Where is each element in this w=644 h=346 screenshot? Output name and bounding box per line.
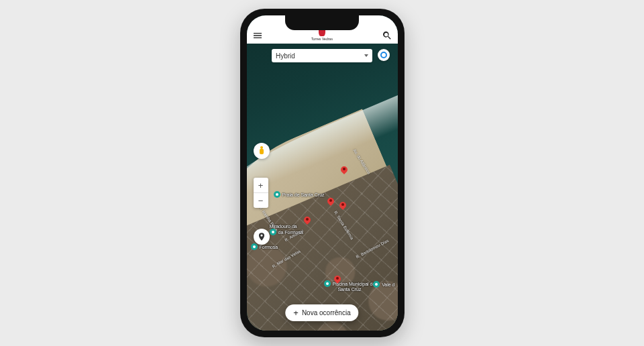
poi-formosa[interactable]: Formosa	[251, 243, 278, 250]
poi-vale[interactable]: Vale d	[373, 281, 394, 288]
plus-icon: +	[293, 308, 299, 317]
menu-icon[interactable]	[252, 30, 263, 41]
pegman-icon	[258, 146, 265, 156]
poi-pin-icon	[324, 280, 331, 287]
fab-label: Nova ocorrência	[302, 309, 351, 316]
crosshair-icon	[380, 52, 387, 58]
phone-notch	[285, 15, 359, 30]
map-type-dropdown[interactable]: Hybrid	[272, 49, 372, 62]
poi-pin-icon	[274, 191, 280, 198]
poi-label: Praia de Santa Cruz	[282, 192, 325, 197]
zoom-control: + −	[254, 178, 268, 208]
occurrence-marker[interactable]	[327, 198, 334, 207]
occurrence-marker[interactable]	[334, 276, 341, 285]
map-type-value: Hybrid	[276, 52, 295, 60]
locate-mini-button[interactable]	[378, 49, 390, 61]
occurrence-marker[interactable]	[304, 217, 311, 226]
poi-label: Formosa	[260, 245, 278, 249]
poi-pin-icon	[251, 243, 258, 250]
poi-label: Miradouro da	[270, 224, 297, 229]
zoom-out-button[interactable]: −	[254, 193, 268, 208]
search-icon[interactable]	[382, 30, 392, 41]
my-location-button[interactable]	[254, 229, 270, 245]
zoom-in-button[interactable]: +	[254, 178, 268, 192]
poi-pin-icon	[373, 281, 380, 288]
poi-pin-icon	[270, 229, 276, 235]
app-title: Torres Vedras	[311, 37, 333, 41]
poi-beach[interactable]: Praia de Santa Cruz	[274, 191, 325, 198]
phone-frame: Torres Vedras Hybrid + −	[240, 9, 405, 337]
poi-piscina[interactable]: Piscina Municipal de Santa Cruz	[324, 280, 376, 292]
poi-label: Vale d	[382, 282, 394, 287]
occurrence-marker[interactable]	[341, 166, 347, 176]
occurrence-marker[interactable]	[339, 202, 346, 211]
poi-miradouro[interactable]: Miradouro da da Formosa	[270, 224, 303, 235]
chevron-down-icon	[364, 54, 368, 57]
poi-label: Santa Cruz	[337, 287, 361, 292]
phone-screen: Torres Vedras Hybrid + −	[247, 15, 398, 331]
poi-label: da Formosa	[278, 230, 303, 235]
location-pin-icon	[257, 232, 266, 241]
pegman-button[interactable]	[254, 143, 270, 159]
new-occurrence-button[interactable]: + Nova ocorrência	[285, 304, 358, 321]
